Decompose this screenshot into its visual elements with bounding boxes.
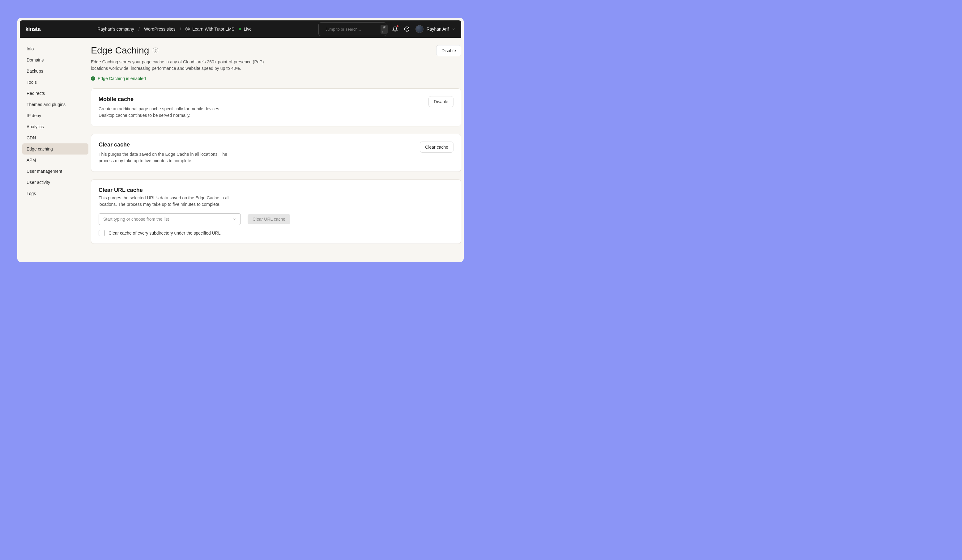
sidebar-item-user-management[interactable]: User management — [22, 166, 89, 177]
sidebar-item-logs[interactable]: Logs — [22, 188, 89, 199]
status-line: ✓ Edge Caching is enabled — [91, 76, 264, 81]
sidebar-item-apm[interactable]: APM — [22, 155, 89, 166]
sidebar-item-themes-plugins[interactable]: Themes and plugins — [22, 99, 89, 110]
clear-cache-description: This purges the data saved on the Edge C… — [98, 151, 228, 164]
mobile-cache-title: Mobile cache — [98, 96, 228, 103]
status-dot-icon — [239, 28, 241, 30]
sidebar-item-cdn[interactable]: CDN — [22, 132, 89, 144]
search-shortcut: ⌘ / — [381, 25, 387, 34]
sidebar: Info Domains Backups Tools Redirects The… — [20, 38, 91, 260]
user-menu[interactable]: Rayhan Arif — [415, 25, 456, 33]
sidebar-item-backups[interactable]: Backups — [22, 66, 89, 77]
sidebar-item-domains[interactable]: Domains — [22, 54, 89, 66]
logo[interactable]: kinsta — [25, 26, 40, 32]
sidebar-item-analytics[interactable]: Analytics — [22, 121, 89, 132]
help-icon — [404, 26, 410, 32]
sidebar-item-user-activity[interactable]: User activity — [22, 177, 89, 188]
disable-edge-caching-button[interactable]: Disable — [436, 45, 461, 56]
page-title: Edge Caching ? — [91, 45, 264, 56]
sidebar-item-ip-deny[interactable]: IP deny — [22, 110, 89, 121]
content: Edge Caching ? Edge Caching stores your … — [91, 38, 461, 260]
breadcrumb-site[interactable]: W Learn With Tutor LMS — [186, 27, 234, 32]
notification-dot-icon — [397, 25, 399, 27]
clear-url-cache-description: This purges the selected URL's data save… — [98, 195, 235, 208]
site-status: Live — [239, 27, 252, 32]
avatar — [415, 25, 423, 33]
clear-cache-card: Clear cache This purges the data saved o… — [91, 134, 461, 172]
sidebar-item-redirects[interactable]: Redirects — [22, 88, 89, 99]
notifications-button[interactable] — [392, 26, 398, 32]
check-icon: ✓ — [91, 76, 95, 81]
breadcrumb: Rayhan's company / WordPress sites / W L… — [97, 26, 252, 32]
chevron-down-icon — [232, 217, 236, 221]
clear-url-cache-title: Clear URL cache — [98, 187, 454, 194]
subdirectory-checkbox-label: Clear cache of every subdirectory under … — [108, 231, 221, 236]
top-bar: kinsta Rayhan's company / WordPress site… — [20, 20, 461, 38]
clear-url-cache-button[interactable]: Clear URL cache — [248, 214, 290, 224]
sidebar-item-edge-caching[interactable]: Edge caching — [22, 144, 89, 155]
breadcrumb-company[interactable]: Rayhan's company — [97, 27, 134, 32]
svg-point-2 — [404, 27, 409, 32]
page-description: Edge Caching stores your page cache in a… — [91, 59, 264, 72]
search-input[interactable] — [326, 27, 378, 32]
status-text: Edge Caching is enabled — [98, 76, 146, 81]
help-tooltip-icon[interactable]: ? — [153, 48, 158, 53]
mobile-cache-card: Mobile cache Create an additional page c… — [91, 89, 461, 126]
breadcrumb-separator: / — [139, 26, 140, 32]
disable-mobile-cache-button[interactable]: Disable — [428, 96, 454, 107]
mobile-cache-description: Create an additional page cache specific… — [98, 106, 228, 119]
wordpress-icon: W — [186, 27, 190, 31]
sidebar-item-info[interactable]: Info — [22, 43, 89, 54]
subdirectory-checkbox[interactable] — [98, 230, 105, 236]
username: Rayhan Arif — [426, 27, 449, 32]
breadcrumb-section[interactable]: WordPress sites — [144, 27, 176, 32]
help-button[interactable] — [404, 26, 410, 32]
clear-cache-title: Clear cache — [98, 142, 228, 148]
url-combobox[interactable]: Start typing or choose from the list — [98, 213, 241, 225]
clear-url-cache-card: Clear URL cache This purges the selected… — [91, 179, 461, 244]
subdirectory-checkbox-row[interactable]: Clear cache of every subdirectory under … — [98, 230, 454, 236]
chevron-down-icon — [452, 27, 456, 31]
sidebar-item-tools[interactable]: Tools — [22, 77, 89, 88]
clear-cache-button[interactable]: Clear cache — [420, 142, 454, 153]
combobox-placeholder: Start typing or choose from the list — [103, 217, 169, 221]
breadcrumb-separator: / — [180, 26, 181, 32]
search-box[interactable]: ⌘ / — [318, 22, 386, 36]
